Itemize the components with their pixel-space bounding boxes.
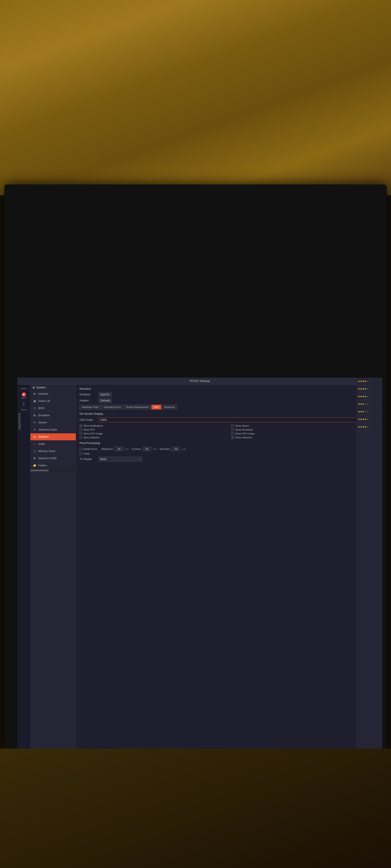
tab-texture-replacement[interactable]: Texture Replacement xyxy=(123,405,151,409)
brightness-input[interactable] xyxy=(115,447,123,451)
contrast-spinner[interactable]: ▲▼ xyxy=(152,448,157,450)
sl-item-3: SL xyxy=(18,418,29,420)
stars-2: ★★★★☆ xyxy=(358,388,369,391)
contrast-label: Contrast: xyxy=(132,448,141,450)
tab-osd[interactable]: OSD xyxy=(151,405,161,409)
adapter-select[interactable]: (Default) xyxy=(99,398,112,403)
sidebar-item-network-hdd[interactable]: ⊞ Network & HDD xyxy=(30,455,76,462)
game-row-3[interactable]: ★★★★☆ xyxy=(357,393,382,400)
shade-boost-box[interactable] xyxy=(80,448,82,450)
start-label: Start P xyxy=(21,397,26,399)
checkbox-show-notifications[interactable]: ✓ Show Notifications xyxy=(80,425,227,427)
adapter-row: Adapter: (Default) xyxy=(80,398,379,403)
sidebar-item-folders[interactable]: 📁 Folders xyxy=(30,462,76,469)
tv-shader-select-wrapper[interactable]: None ▼ xyxy=(99,457,142,462)
sl-item-6: SL xyxy=(18,428,29,430)
adapter-select-wrapper[interactable]: (Default) xyxy=(99,398,379,403)
memory-cards-icon: ▢ xyxy=(33,449,36,453)
stars-4: ★★★☆☆ xyxy=(358,403,369,406)
tab-advanced[interactable]: Advanced xyxy=(162,405,177,409)
game-row-5[interactable]: ★★★☆☆ xyxy=(357,408,382,415)
saturation-spinner[interactable]: ▲▼ xyxy=(181,448,186,450)
checkbox-fxaa[interactable]: FXAA xyxy=(80,453,90,455)
renderer-select[interactable]: OpenGL xyxy=(99,392,112,397)
sl-list: SL SL SL SL SL SC SL xyxy=(18,412,30,431)
checkbox-show-fps[interactable]: Show FPS xyxy=(80,428,227,431)
sc-item: SC xyxy=(18,425,29,428)
saturation-input[interactable] xyxy=(172,447,180,451)
show-stats-box[interactable] xyxy=(80,436,82,439)
system-label: System xyxy=(21,388,27,390)
renderer-label: Renderer: xyxy=(80,393,97,396)
renderer-row: Renderer: OpenGL xyxy=(80,392,379,397)
desk-surface-top xyxy=(0,0,391,195)
tv-shader-row: TV Shader None ▼ xyxy=(80,457,379,462)
show-gpu-label: Show GPU Usage xyxy=(235,432,255,435)
show-indicators-label: Show Indicators xyxy=(235,436,252,439)
scrollbar-thumb[interactable] xyxy=(30,470,49,471)
checkbox-show-statistics[interactable]: Show Statistics xyxy=(80,436,227,439)
audio-label: Audio xyxy=(38,442,45,445)
sidebar-item-advanced-system[interactable]: # Advanced Syste xyxy=(30,426,76,433)
game-row-7[interactable]: ★★★★☆ xyxy=(357,423,382,431)
checkbox-show-cpu-usage[interactable]: Show CPU Usage xyxy=(80,432,227,435)
sidebar-item-emulation[interactable]: ⊞ Emulation xyxy=(30,412,76,419)
tab-hardware-fixes[interactable]: Hardware Fixes xyxy=(80,405,101,409)
nav-list[interactable]: ☰ ⊞ xyxy=(18,401,30,407)
sl-item-1: SL xyxy=(18,413,29,415)
show-resolution-box[interactable] xyxy=(231,428,234,431)
osd-scale-input[interactable] xyxy=(99,417,379,422)
bios-icon: ▢ xyxy=(33,406,36,410)
game-row-2[interactable]: ★★★★☆ xyxy=(357,385,382,393)
sidebar-item-graphics[interactable]: ◎ Graphics xyxy=(30,433,76,440)
sidebar-item-audio[interactable]: ♪ Audio xyxy=(30,440,76,448)
advanced-label: Advanced Syste xyxy=(38,428,57,431)
settings-tabs: Hardware Fixes Upscaling Fixes Texture R… xyxy=(80,405,379,409)
list-icon: ☰ xyxy=(23,402,25,404)
nav-type[interactable]: Type▼ xyxy=(18,407,30,412)
sidebar-item-memory-cards[interactable]: ▢ Memory Cards xyxy=(30,448,76,455)
fxaa-row: FXAA xyxy=(80,453,379,455)
sidebar-item-game-list[interactable]: ▦ Game List xyxy=(30,398,76,405)
nav-start[interactable]: ▶ Start P xyxy=(18,391,30,401)
brightness-spinner[interactable]: ▲▼ xyxy=(125,448,129,450)
sidebar-item-system[interactable]: # System xyxy=(30,419,76,426)
osd-scale-row: OSD Scale: xyxy=(80,417,379,422)
show-notifications-box[interactable]: ✓ xyxy=(80,425,82,427)
audio-icon: ♪ xyxy=(33,442,36,446)
show-resolution-label: Show Resolution xyxy=(235,428,253,431)
sidebar-system-header[interactable]: ⊞ System xyxy=(30,384,76,391)
bios-label: BIOS xyxy=(38,407,45,410)
show-gpu-box[interactable] xyxy=(231,432,234,435)
show-cpu-box[interactable] xyxy=(80,432,82,435)
show-notifications-label: Show Notifications xyxy=(83,425,103,427)
post-processing-title: Post-Processing xyxy=(80,441,379,445)
fxaa-box[interactable] xyxy=(80,453,82,455)
tv-shader-select[interactable]: None xyxy=(99,457,142,462)
sl-item-4: SL xyxy=(18,420,29,423)
renderer-select-wrapper[interactable]: OpenGL xyxy=(99,392,379,397)
checkmark-indicators: ✓ xyxy=(232,436,233,439)
show-fps-label: Show FPS xyxy=(83,428,95,431)
contrast-input[interactable] xyxy=(142,447,151,451)
nav-system[interactable]: System xyxy=(18,386,30,391)
show-fps-box[interactable] xyxy=(80,428,82,431)
window-title: PCSX2 Settings xyxy=(190,379,210,382)
show-indicators-box[interactable]: ✓ xyxy=(231,436,234,439)
game-row-6[interactable]: ★★★★☆ xyxy=(357,415,382,423)
sidebar-item-interface[interactable]: ⚙ Interface xyxy=(30,391,76,398)
emulation-label: Emulation xyxy=(38,414,50,417)
shade-boost-label: Shade Boost xyxy=(83,448,97,450)
game-row-4[interactable]: ★★★☆☆ xyxy=(357,400,382,408)
checkbox-shade-boost[interactable]: Shade Boost xyxy=(80,448,97,450)
sidebar-item-bios[interactable]: ▢ BIOS xyxy=(30,405,76,412)
brightness-controls: Brightness: ▲▼ Contrast: ▲▼ Saturation ▲… xyxy=(102,447,186,451)
sidebar-scrollbar[interactable] xyxy=(30,470,76,471)
graphics-icon: ◎ xyxy=(33,435,36,439)
game-row-1[interactable]: ★★★★☆ xyxy=(357,378,382,385)
game-list-icon: ▦ xyxy=(33,399,36,403)
graphics-label: Graphics xyxy=(38,435,49,438)
osd-section-title: On-Screen Display xyxy=(80,412,379,415)
tab-upscaling-fixes[interactable]: Upscaling Fixes xyxy=(102,405,123,409)
show-speed-box[interactable] xyxy=(231,425,234,427)
